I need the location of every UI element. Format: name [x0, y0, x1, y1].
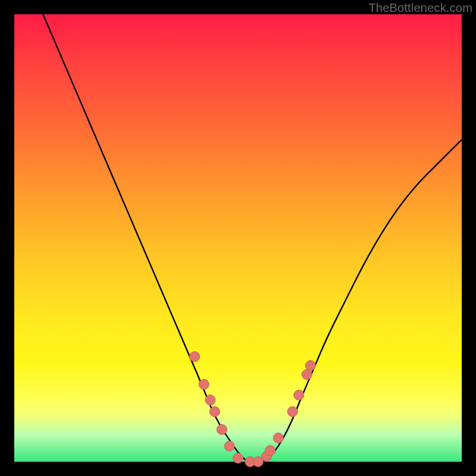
highlight-dots-group: [190, 352, 316, 467]
highlight-dot: [224, 441, 234, 451]
highlight-dot: [273, 433, 283, 443]
highlight-dot: [294, 390, 304, 400]
highlight-dot: [199, 379, 209, 389]
highlight-dot: [190, 352, 200, 362]
highlight-dot: [302, 369, 312, 380]
highlight-dot: [205, 395, 215, 405]
chart-frame: TheBottleneck.com: [0, 0, 476, 476]
chart-svg: [14, 14, 462, 462]
watermark-text: TheBottleneck.com: [368, 1, 472, 15]
highlight-dot: [305, 361, 315, 371]
bottleneck-curve: [14, 0, 462, 462]
highlight-dot: [217, 424, 227, 434]
chart-plot-area: [14, 14, 462, 462]
highlight-dot: [209, 406, 220, 416]
highlight-dot: [265, 446, 275, 456]
highlight-dot: [287, 406, 298, 416]
highlight-dot: [233, 453, 243, 464]
